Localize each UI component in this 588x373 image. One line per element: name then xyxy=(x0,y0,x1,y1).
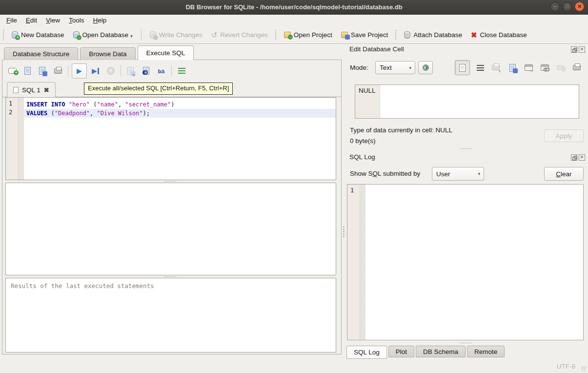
print-cell-button[interactable] xyxy=(571,62,583,74)
auto-apply-button[interactable] xyxy=(418,61,433,74)
execute-all-button[interactable]: ▶ xyxy=(72,63,87,79)
menu-help[interactable]: Help xyxy=(89,16,111,25)
menu-tools[interactable]: Tools xyxy=(64,16,89,25)
find-button[interactable] xyxy=(140,64,153,78)
encoding-indicator: UTF-8 xyxy=(557,363,575,370)
sql-log-view[interactable]: 1 xyxy=(347,184,584,340)
stop-icon: ✕ xyxy=(107,67,115,75)
maximize-button[interactable]: □ xyxy=(563,2,572,11)
chevron-down-icon: ▾ xyxy=(478,171,480,176)
revert-changes-button: ↺ Revert Changes xyxy=(207,29,272,41)
line-number: 1 xyxy=(9,100,18,109)
window-title: DB Browser for SQLite - /home/user/code/… xyxy=(185,3,402,11)
export-data-button[interactable]: → xyxy=(523,62,534,74)
open-project-icon: → xyxy=(284,32,291,38)
write-changes-icon xyxy=(150,31,156,39)
apply-button: Apply xyxy=(544,129,584,142)
sql-log-title: SQL Log xyxy=(349,153,375,161)
open-database-dropdown-icon[interactable]: ▾ xyxy=(130,34,133,39)
toolbar-separator xyxy=(68,65,68,76)
tab-plot[interactable]: Plot xyxy=(388,346,414,357)
sql-tab[interactable]: SQL 1 ✖ xyxy=(7,82,56,97)
toolbar-drag-handle[interactable] xyxy=(275,29,277,40)
open-sql-file-button[interactable] xyxy=(21,64,34,78)
dock-splitter[interactable] xyxy=(458,147,474,150)
tab-remote[interactable]: Remote xyxy=(467,346,505,357)
log-filter-select[interactable]: User ▾ xyxy=(432,167,484,181)
sql-code[interactable]: INSERT INTO "hero" ("name", "secret_name… xyxy=(24,98,336,180)
main-toolbar: + New Database → Open Database ▾ Write C… xyxy=(0,26,588,44)
dock-splitter[interactable] xyxy=(458,342,474,344)
sql-editor[interactable]: 1 2 INSERT INTO "hero" ("name", "secret_… xyxy=(5,97,336,180)
cell-value-content[interactable] xyxy=(380,85,579,118)
word-wrap-button[interactable] xyxy=(474,62,486,74)
fold-margin xyxy=(19,98,24,180)
null-toggle-icon xyxy=(557,65,565,70)
sql-toolbar: + ▾ ▶ ▶ ✕ ▾ ba xyxy=(6,62,188,79)
import-data-button[interactable] xyxy=(507,62,518,74)
float-panel-icon[interactable] xyxy=(571,46,577,53)
menu-edit[interactable]: Edit xyxy=(21,16,41,25)
set-null-button xyxy=(555,62,567,74)
format-lines-icon xyxy=(178,68,185,74)
toolbar-drag-handle[interactable] xyxy=(395,29,397,40)
toolbar-separator xyxy=(121,65,121,76)
tab-db-schema[interactable]: DB Schema xyxy=(416,346,466,357)
close-button[interactable]: ✕ xyxy=(575,2,584,11)
close-panel-icon[interactable]: ✕ xyxy=(579,46,585,53)
toolbar-separator xyxy=(171,65,172,76)
menu-bar: File Edit View Tools Help xyxy=(0,15,588,26)
log-filter-label: Show SQL submitted by xyxy=(350,170,420,177)
edit-cell-title: Edit Database Cell xyxy=(349,45,404,53)
open-file-icon xyxy=(24,67,31,75)
open-database-button[interactable]: → Open Database ▾ xyxy=(69,29,137,41)
tab-database-structure[interactable]: Database Structure xyxy=(4,47,78,60)
tab-browse-data[interactable]: Browse Data xyxy=(80,47,135,60)
close-panel-icon[interactable]: ✕ xyxy=(579,154,585,161)
new-database-button[interactable]: + New Database xyxy=(7,29,69,41)
line-number: 1 xyxy=(350,187,360,196)
format-sql-button[interactable] xyxy=(175,64,188,78)
line-number: 2 xyxy=(9,109,18,118)
text-view-button[interactable] xyxy=(455,60,470,75)
stop-execution-button: ✕ xyxy=(104,64,117,78)
edit-cell-dock-buttons: ✕ xyxy=(571,46,585,53)
query-results-grid[interactable] xyxy=(5,183,336,275)
play-icon: ▶ xyxy=(77,67,82,74)
mode-select[interactable]: Text ▾ xyxy=(375,61,415,74)
menu-view[interactable]: View xyxy=(41,16,64,25)
log-content xyxy=(365,185,583,340)
attach-database-button[interactable]: Attach Database xyxy=(400,29,466,41)
cell-type-info: Type of data currently in cell: NULL xyxy=(350,126,452,134)
revert-changes-icon: ↺ xyxy=(211,31,218,39)
menu-file[interactable]: File xyxy=(2,16,21,25)
save-sql-file-button[interactable]: ▾ xyxy=(36,64,49,78)
tab-execute-sql[interactable]: Execute SQL xyxy=(138,45,194,60)
database-new-icon: + xyxy=(12,31,18,39)
open-project-button[interactable]: → Open Project xyxy=(280,29,337,41)
chevron-down-icon: ▾ xyxy=(409,65,411,70)
float-panel-icon[interactable] xyxy=(571,154,577,161)
replace-text-button[interactable]: ba xyxy=(155,64,168,78)
save-results-button: ▾ xyxy=(124,64,138,78)
write-changes-button: Write Changes xyxy=(145,29,207,41)
save-project-button[interactable]: Save Project xyxy=(337,29,393,41)
print-sql-button[interactable] xyxy=(51,64,64,78)
code-line: INSERT INTO "hero" ("name", "secret_name… xyxy=(24,100,336,109)
cell-editor-toolbar: ▾ → xyxy=(455,60,583,76)
toolbar-drag-handle[interactable] xyxy=(2,29,5,40)
link-data-button[interactable] xyxy=(539,62,550,74)
print-icon xyxy=(573,65,581,70)
execute-line-button[interactable]: ▶ xyxy=(89,64,102,78)
resize-grip[interactable] xyxy=(581,366,586,371)
new-sql-tab-button[interactable]: + xyxy=(6,64,19,78)
toolbar-separator xyxy=(141,29,142,41)
panel-splitter[interactable] xyxy=(342,222,345,242)
cell-value-editor[interactable]: NULL xyxy=(355,84,579,119)
sql-log-dock-buttons: ✕ xyxy=(571,154,585,161)
sql-tab-close-icon[interactable]: ✖ xyxy=(44,86,49,94)
minimize-button[interactable]: − xyxy=(550,2,560,11)
tab-sql-log[interactable]: SQL Log xyxy=(346,346,387,359)
close-database-button[interactable]: ✖ Close Database xyxy=(466,29,531,41)
clear-log-button[interactable]: Clear xyxy=(544,167,584,181)
